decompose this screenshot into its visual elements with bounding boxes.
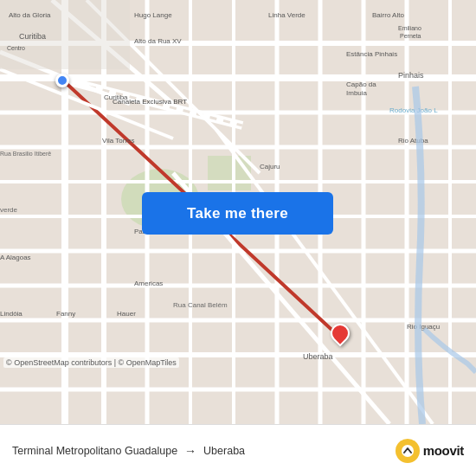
app-container: Curitiba Centro Alto da Rua XV Alto da G… <box>0 0 476 476</box>
svg-text:Lindóia: Lindóia <box>0 310 23 318</box>
svg-text:Rua Brasilio Itiberê: Rua Brasilio Itiberê <box>0 151 51 157</box>
destination-label: Uberaba <box>203 445 245 457</box>
svg-text:Fanny: Fanny <box>56 310 75 318</box>
svg-text:Estância Pinhais: Estância Pinhais <box>346 50 397 58</box>
svg-text:Rio Iguaçu: Rio Iguaçu <box>407 323 440 331</box>
svg-text:Vila Torres: Vila Torres <box>102 137 135 145</box>
svg-text:Americas: Americas <box>134 280 163 287</box>
svg-text:Alto da Gloria: Alto da Gloria <box>9 11 51 19</box>
route-info: Terminal Metropolitano Guadalupe → Ubera… <box>12 444 396 458</box>
svg-text:Imbuia: Imbuia <box>346 89 368 97</box>
take-me-there-button[interactable]: Take me there <box>142 192 333 235</box>
svg-text:Rua Canal Belém: Rua Canal Belém <box>173 301 228 309</box>
origin-pin <box>55 74 69 87</box>
svg-text:Emiliano: Emiliano <box>398 25 421 31</box>
svg-text:Canaleta Exclusiva BRT: Canaleta Exclusiva BRT <box>113 98 187 106</box>
svg-text:Curitiba: Curitiba <box>19 32 46 41</box>
svg-text:Pinhais: Pinhais <box>398 71 424 80</box>
bottom-info-bar: Terminal Metropolitano Guadalupe → Ubera… <box>0 424 476 476</box>
svg-text:Cajuru: Cajuru <box>260 163 280 170</box>
svg-text:Perneta: Perneta <box>400 33 421 39</box>
svg-text:Rodovia João L: Rodovia João L <box>389 106 438 114</box>
svg-text:Hauer: Hauer <box>117 310 136 318</box>
moovit-text: moovit <box>423 443 464 458</box>
moovit-icon <box>396 439 420 463</box>
svg-text:Rio Atuba: Rio Atuba <box>398 137 428 145</box>
moovit-logo: moovit <box>396 439 464 463</box>
svg-text:Alto da Rua XV: Alto da Rua XV <box>134 37 182 45</box>
take-me-there-label: Take me there <box>187 205 288 222</box>
svg-text:verde: verde <box>0 206 18 214</box>
svg-rect-2 <box>208 156 251 190</box>
svg-text:Uberaba: Uberaba <box>303 352 333 361</box>
svg-text:Linha Verde: Linha Verde <box>268 11 306 19</box>
map-attribution: © OpenStreetMap contributors | © OpenMap… <box>3 357 179 368</box>
svg-rect-34 <box>78 0 130 69</box>
svg-text:Bairro Alto: Bairro Alto <box>372 11 404 19</box>
map-view[interactable]: Curitiba Centro Alto da Rua XV Alto da G… <box>0 0 476 424</box>
svg-text:Hugo Lange: Hugo Lange <box>134 11 172 19</box>
svg-text:A Alagoas: A Alagoas <box>0 254 31 261</box>
svg-text:Capão da: Capão da <box>346 80 376 88</box>
route-arrow-icon: → <box>184 444 196 458</box>
svg-point-66 <box>402 445 414 457</box>
destination-pin <box>331 324 350 343</box>
svg-text:Centro: Centro <box>7 45 25 51</box>
origin-label: Terminal Metropolitano Guadalupe <box>12 445 177 457</box>
